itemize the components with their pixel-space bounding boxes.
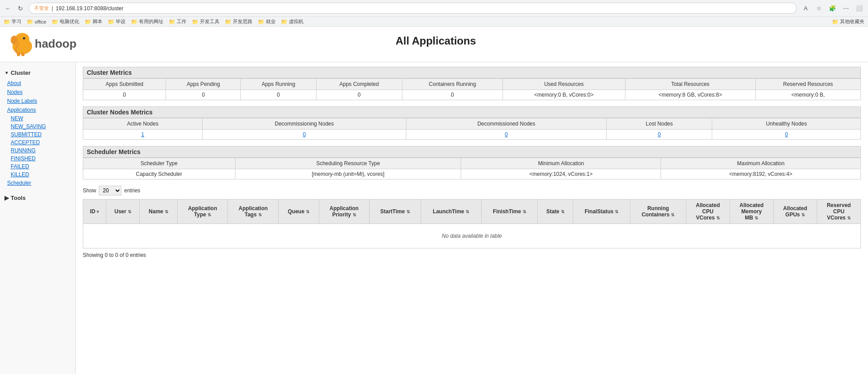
col-minimum-allocation: Minimum Allocation (461, 158, 661, 169)
th-launch-time[interactable]: LaunchTime ⇅ (421, 199, 481, 224)
th-allocated-gpus[interactable]: AllocatedGPUs ⇅ (773, 199, 817, 224)
col-scheduling-resource-type: Scheduling Resource Type (235, 158, 461, 169)
bookmark-虚拟机[interactable]: 📁 虚拟机 (281, 18, 304, 25)
th-id[interactable]: ID ▾ (83, 199, 106, 224)
bookmark-就业[interactable]: 📁 就业 (258, 18, 276, 25)
url-text[interactable]: 192.168.19.107:8088/cluster (56, 5, 791, 12)
val-apps-running: 0 (241, 90, 316, 100)
cluster-section: ▼ Cluster About Nodes Node Labels Applic… (0, 67, 75, 187)
sort-arrow-app-type: ⇅ (207, 212, 211, 217)
th-final-status[interactable]: FinalStatus ⇅ (573, 199, 630, 224)
cluster-header[interactable]: ▼ Cluster (0, 67, 75, 79)
val-lost-nodes[interactable]: 0 (606, 130, 712, 140)
col-lost-nodes: Lost Nodes (606, 118, 712, 130)
translate-btn[interactable]: A (800, 3, 811, 14)
sort-arrow-reserved-cpu: ⇅ (847, 215, 851, 220)
col-used-resources: Used Resources (503, 79, 625, 90)
th-allocated-memory[interactable]: AllocatedMemoryMB ⇅ (730, 199, 773, 224)
bookmark-电脑优化[interactable]: 📁 电脑优化 (52, 18, 79, 25)
tools-header[interactable]: ▶ Tools (0, 192, 75, 204)
bookmark-office[interactable]: 📁 office (27, 19, 46, 25)
col-total-resources: Total Resources (625, 79, 756, 90)
sidebar-item-new-saving[interactable]: NEW_SAVING (0, 122, 75, 130)
show-label: Show (83, 187, 96, 194)
th-state[interactable]: State ⇅ (538, 199, 573, 224)
sort-arrow-priority: ⇅ (353, 212, 356, 217)
th-name[interactable]: Name ⇅ (140, 199, 177, 224)
sidebar-item-killed[interactable]: KILLED (0, 171, 75, 179)
scheduler-metrics-title: Scheduler Metrics (83, 146, 861, 158)
bookmark-开发工具[interactable]: 📁 开发工具 (192, 18, 219, 25)
val-decommissioned-nodes[interactable]: 0 (406, 130, 607, 140)
sidebar-item-applications[interactable]: Applications (0, 106, 75, 114)
extensions-btn[interactable]: 🧩 (827, 3, 838, 14)
svg-point-3 (23, 37, 25, 40)
sidebar-item-failed[interactable]: FAILED (0, 163, 75, 171)
col-apps-pending: Apps Pending (166, 79, 241, 90)
bookmark-脚本[interactable]: 📁 脚本 (85, 18, 102, 25)
folder-icon: 📁 (85, 19, 91, 25)
svg-rect-5 (21, 53, 24, 56)
th-allocated-cpu[interactable]: AllocatedCPUVCores ⇅ (686, 199, 730, 224)
cluster-nodes-metrics-table: Active Nodes Decommissioning Nodes Decom… (83, 118, 861, 140)
folder-icon: 📁 (258, 19, 264, 25)
sidebar-item-scheduler[interactable]: Scheduler (0, 179, 75, 187)
bookmark-工作[interactable]: 📁 工作 (169, 18, 187, 25)
col-apps-running: Apps Running (241, 79, 316, 90)
val-unhealthy-nodes[interactable]: 0 (712, 130, 861, 140)
sort-arrow-id: ▾ (97, 209, 99, 214)
back-button[interactable]: ← (4, 4, 12, 13)
bookmark-开发思路[interactable]: 📁 开发思路 (225, 18, 252, 25)
browser-chrome: ← ↻ 不安全 | 192.168.19.107:8088/cluster A … (0, 0, 868, 27)
col-scheduler-type: Scheduler Type (83, 158, 235, 169)
val-scheduling-resource-type: [memory-mb (unit=Mi), vcores] (235, 169, 461, 179)
sort-arrow-final-status: ⇅ (615, 209, 618, 214)
bookmark-学习[interactable]: 📁 学习 (4, 18, 21, 25)
th-application-priority[interactable]: ApplicationPriority ⇅ (319, 199, 369, 224)
col-active-nodes: Active Nodes (83, 118, 203, 130)
th-application-tags[interactable]: ApplicationTags ⇅ (228, 199, 279, 224)
scheduler-metrics-table: Scheduler Type Scheduling Resource Type … (83, 158, 861, 179)
val-reserved-resources: <memory:0 B, (755, 90, 860, 100)
col-apps-submitted: Apps Submitted (83, 79, 166, 90)
security-warning: 不安全 (34, 5, 49, 12)
forward-button[interactable]: ↻ (16, 4, 25, 13)
sidebar-item-nodes[interactable]: Nodes (0, 88, 75, 97)
val-decommissioning-nodes[interactable]: 0 (203, 130, 406, 140)
bookmark-其他收藏夹[interactable]: 📁 其他收藏夹 (832, 18, 864, 25)
sidebar: ▼ Cluster About Nodes Node Labels Applic… (0, 62, 76, 374)
more-btn[interactable]: ⋯ (840, 3, 851, 14)
sidebar-item-about[interactable]: About (0, 79, 75, 88)
maximize-btn[interactable]: ⬜ (854, 3, 864, 14)
th-start-time[interactable]: StartTime ⇅ (369, 199, 421, 224)
col-maximum-allocation: Maximum Allocation (661, 158, 861, 169)
th-running-containers[interactable]: RunningContainers ⇅ (630, 199, 686, 224)
sidebar-item-accepted[interactable]: ACCEPTED (0, 138, 75, 146)
cluster-label: Cluster (11, 69, 31, 76)
bookmark-有用的网址[interactable]: 📁 有用的网址 (131, 18, 163, 25)
th-user[interactable]: User ⇅ (106, 199, 140, 224)
hadoop-svg-logo: hadoop (9, 32, 98, 57)
th-queue[interactable]: Queue ⇅ (279, 199, 319, 224)
th-application-type[interactable]: ApplicationType ⇅ (177, 199, 228, 224)
folder-icon: 📁 (225, 19, 231, 25)
bookmark-毕设[interactable]: 📁 毕设 (108, 18, 126, 25)
bookmark-btn[interactable]: ☆ (814, 3, 824, 14)
th-finish-time[interactable]: FinishTime ⇅ (481, 199, 537, 224)
app-header: hadoop All Applications (0, 27, 868, 62)
val-total-resources: <memory:8 GB, vCores:8> (625, 90, 756, 100)
sidebar-item-new[interactable]: NEW (0, 114, 75, 122)
sort-arrow-launch-time: ⇅ (466, 209, 469, 214)
sort-arrow-app-tags: ⇅ (258, 212, 262, 217)
entries-select[interactable]: 10 20 25 50 100 (99, 186, 122, 195)
sidebar-item-submitted[interactable]: SUBMITTED (0, 130, 75, 138)
applications-table: ID ▾ User ⇅ Name ⇅ ApplicationType ⇅ App… (83, 199, 861, 248)
sidebar-item-finished[interactable]: FINISHED (0, 154, 75, 163)
sort-arrow-start-time: ⇅ (406, 209, 410, 214)
sidebar-item-running[interactable]: RUNNING (0, 146, 75, 154)
th-reserved-cpu[interactable]: ReservedCPUVCores ⇅ (817, 199, 860, 224)
tools-label: Tools (11, 195, 26, 201)
no-data-cell: No data available in table (83, 224, 861, 248)
sidebar-item-node-labels[interactable]: Node Labels (0, 97, 75, 106)
val-active-nodes[interactable]: 1 (83, 130, 203, 140)
